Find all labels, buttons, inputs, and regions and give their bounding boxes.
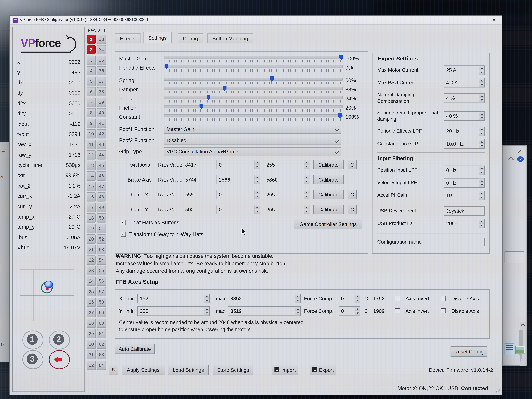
calibrate-button[interactable]: Calibrate [313,190,344,199]
scrollbar[interactable] [520,322,526,366]
background-input[interactable] [505,251,524,263]
axis-min-input[interactable]: 300 [137,306,210,316]
spinner[interactable] [204,306,209,315]
checkbox[interactable] [121,220,126,225]
axis-min-input[interactable]: 0 [216,160,260,169]
slider-thumb[interactable] [339,55,343,60]
spinner[interactable] [355,294,360,303]
axis-max-input[interactable]: 255 [264,190,310,199]
tab-effects[interactable]: Effects [115,33,140,43]
setting-input[interactable]: 20 Hz [444,127,485,136]
game-controller-settings-button[interactable]: Game Controller Settings [294,219,362,229]
spinner[interactable] [304,205,309,214]
spinner[interactable] [254,160,260,169]
disable-axis-checkbox[interactable] [441,308,446,314]
spinner[interactable] [204,294,209,303]
spinner[interactable] [479,166,484,175]
maximize-button[interactable]: ☐ [474,16,485,24]
panel-button-2[interactable]: 2 [49,330,70,349]
axis-invert-checkbox[interactable] [395,296,400,301]
scroll-up-icon[interactable] [520,323,525,328]
calibrate-button[interactable]: Calibrate [313,160,344,169]
spinner[interactable] [479,139,484,148]
axis-max-input[interactable]: 255 [264,205,310,214]
axis-min-input[interactable]: 152 [137,294,210,303]
slider-track[interactable] [164,63,342,72]
spinner[interactable] [479,93,484,102]
calibrate-button[interactable]: Calibrate [313,175,344,184]
auto-calibrate-button[interactable]: Auto Calibrate [115,344,155,354]
axis-max-input[interactable]: 3352 [228,294,301,303]
spinner[interactable] [479,178,484,187]
spinner[interactable] [355,306,360,315]
checkbox[interactable] [121,232,126,237]
setting-input[interactable]: 10 [444,190,485,200]
spinner[interactable] [304,160,309,169]
configuration-name-input[interactable] [437,238,485,246]
dropdown[interactable]: VPC Constellation Alpha+Prime [164,147,341,156]
setting-input[interactable]: 0 Hz [444,178,485,188]
minimize-button[interactable]: ─ [459,16,470,24]
setting-input[interactable]: 2055 [444,219,485,228]
checkbox-row[interactable]: Treat Hats as Buttons [121,216,203,228]
slider-thumb[interactable] [165,63,168,70]
axis-min-input[interactable]: 0 [216,205,260,214]
center-button[interactable]: C [348,205,357,214]
slider-thumb[interactable] [338,113,342,119]
spinner[interactable] [295,294,300,303]
checkbox-row[interactable]: Transform 8-Way to 4-Way Hats [121,228,203,240]
dropdown[interactable]: Master Gain [164,125,341,133]
slider-track[interactable] [164,113,342,121]
axis-max-input[interactable]: 3519 [228,306,301,316]
desktop-image-icon[interactable] [516,346,525,354]
axis-min-input[interactable]: 0 [216,190,260,199]
title-bar[interactable]: VPforce FFB Configurator (v1.0.14) - 384… [10,16,502,25]
setting-input[interactable]: 4 % [444,93,485,103]
setting-input[interactable]: Joystick [444,206,485,215]
tab-settings[interactable]: Settings [143,32,172,43]
slider-track[interactable] [164,76,342,84]
import-button[interactable]: ← Import [272,365,298,375]
setting-input[interactable]: 40 % [444,111,485,120]
slider-thumb[interactable] [270,76,274,82]
help-icon[interactable]: ? [517,156,524,162]
setting-input[interactable]: 4,0 A [444,78,485,87]
center-button[interactable]: C [348,160,357,169]
slider-thumb[interactable] [207,95,210,100]
spinner[interactable] [479,191,484,200]
axis-min-input[interactable]: 2566 [216,175,260,184]
force-comp-input[interactable]: 0 [339,306,360,316]
spinner[interactable] [254,205,260,214]
tab-button-mapping[interactable]: Button Mapping [207,33,253,43]
panel-button-3[interactable]: 3 [22,350,43,369]
export-button[interactable]: → Export [310,365,336,375]
spinner[interactable] [479,66,484,75]
spinner[interactable] [295,306,300,315]
load-settings-button[interactable]: Load Settings [168,365,209,375]
spinner[interactable] [479,219,484,228]
slider-track[interactable] [164,104,342,112]
spinner[interactable] [479,127,484,135]
store-settings-button[interactable]: Store Settings [213,365,253,375]
calibrate-button[interactable]: Calibrate [313,205,344,214]
disable-axis-checkbox[interactable] [441,296,446,301]
spinner[interactable] [304,190,309,199]
spinner[interactable] [304,175,309,184]
spinner[interactable] [479,78,484,87]
axis-invert-checkbox[interactable] [395,308,400,314]
apply-settings-button[interactable]: Apply Settings [121,365,165,375]
chevron-up-icon[interactable] [508,157,514,163]
force-comp-input[interactable]: 0 [339,294,360,303]
resize-grip[interactable] [496,388,500,393]
spinner[interactable] [479,112,484,120]
close-icon[interactable]: ✕ [518,148,522,154]
axis-max-input[interactable]: 5860 [264,175,310,184]
setting-input[interactable]: 25 A [444,65,485,75]
axis-max-input[interactable]: 255 [264,160,310,169]
close-button[interactable]: ✕ [488,16,500,24]
desktop-list-icon[interactable] [505,343,514,355]
spinner[interactable] [254,175,260,184]
panel-button-back[interactable] [49,350,70,369]
center-button[interactable]: C [348,190,357,199]
reset-config-button[interactable]: Reset Config [451,346,487,356]
